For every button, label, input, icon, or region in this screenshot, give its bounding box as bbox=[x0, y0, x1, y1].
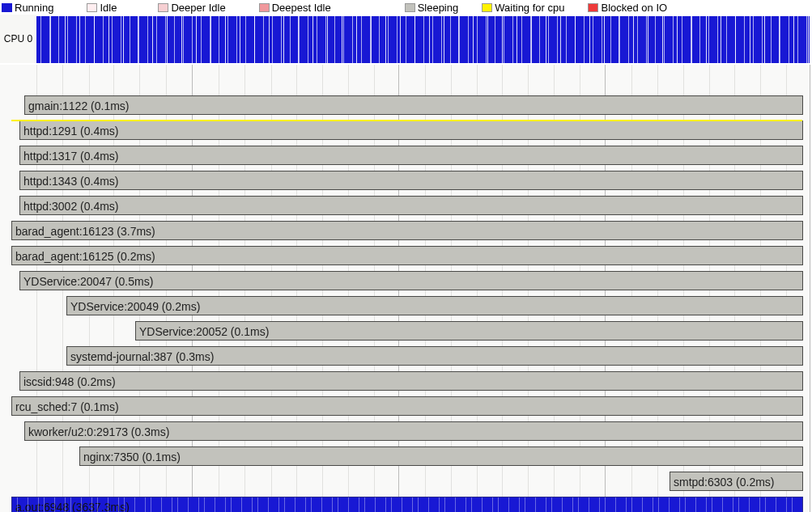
process-row: YDService:20052 (0.1ms) bbox=[0, 319, 812, 345]
process-bar-label: a.out:6948 (3637.3ms) bbox=[15, 501, 130, 512]
process-bar[interactable]: barad_agent:16123 (3.7ms) bbox=[11, 221, 803, 240]
process-bar[interactable]: httpd:1291 (0.4ms) bbox=[19, 121, 803, 140]
process-row: httpd:3002 (0.4ms) bbox=[0, 194, 812, 219]
swatch-blocked-icon bbox=[588, 3, 598, 12]
swatch-waiting-icon bbox=[482, 3, 492, 12]
process-bar[interactable]: gmain:1122 (0.1ms) bbox=[24, 95, 803, 115]
process-bar[interactable]: httpd:1343 (0.4ms) bbox=[19, 171, 803, 190]
swatch-running-icon bbox=[2, 3, 12, 12]
process-row: kworker/u2:0:29173 (0.3ms) bbox=[0, 420, 812, 445]
process-row: iscsid:948 (0.2ms) bbox=[0, 370, 812, 395]
process-row: a.out:6948 (3637.3ms) bbox=[0, 495, 812, 512]
process-bar[interactable]: kworker/u2:0:29173 (0.3ms) bbox=[24, 421, 803, 441]
process-bar[interactable]: YDService:20049 (0.2ms) bbox=[66, 296, 803, 315]
cpu-label: CPU 0 bbox=[0, 15, 36, 63]
legend-blocked-label: Blocked on IO bbox=[601, 2, 667, 14]
process-bar[interactable]: httpd:3002 (0.4ms) bbox=[19, 196, 803, 215]
process-row: httpd:1343 (0.4ms) bbox=[0, 169, 812, 194]
process-row: gmain:1122 (0.1ms) bbox=[0, 94, 812, 119]
process-bar-label: httpd:1291 (0.4ms) bbox=[23, 125, 119, 138]
legend-sleeping: Sleeping bbox=[405, 2, 459, 14]
process-bar[interactable]: httpd:1317 (0.4ms) bbox=[19, 146, 803, 165]
process-bar-label: gmain:1122 (0.1ms) bbox=[28, 99, 130, 112]
process-bar[interactable]: nginx:7350 (0.1ms) bbox=[79, 446, 803, 466]
process-bar[interactable]: iscsid:948 (0.2ms) bbox=[19, 371, 803, 391]
legend-sleeping-label: Sleeping bbox=[418, 2, 459, 14]
cpu-strip[interactable]: CPU 0 bbox=[0, 15, 812, 63]
process-row: smtpd:6303 (0.2ms) bbox=[0, 470, 812, 495]
process-row: nginx:7350 (0.1ms) bbox=[0, 445, 812, 470]
legend-bar: Running Idle Deeper Idle Deepest Idle Sl… bbox=[0, 0, 812, 15]
process-bar[interactable]: YDService:20047 (0.5ms) bbox=[19, 271, 803, 290]
process-bar-label: YDService:20052 (0.1ms) bbox=[139, 325, 269, 338]
swatch-sleeping-icon bbox=[405, 3, 415, 12]
legend-waiting: Waiting for cpu bbox=[482, 2, 564, 14]
process-bar[interactable]: a.out:6948 (3637.3ms) bbox=[11, 497, 803, 512]
legend-idle-label: Idle bbox=[100, 2, 117, 14]
process-bar[interactable]: rcu_sched:7 (0.1ms) bbox=[11, 396, 803, 416]
legend-waiting-label: Waiting for cpu bbox=[495, 2, 564, 14]
legend-deepest-idle: Deepest Idle bbox=[259, 2, 331, 14]
process-bar-label: systemd-journal:387 (0.3ms) bbox=[70, 350, 214, 363]
cpu-label-text: CPU 0 bbox=[4, 33, 32, 44]
process-row: httpd:1317 (0.4ms) bbox=[0, 144, 812, 169]
process-bar-label: barad_agent:16123 (3.7ms) bbox=[15, 225, 155, 238]
legend-blocked: Blocked on IO bbox=[588, 2, 667, 14]
cpu-running-block[interactable] bbox=[36, 16, 810, 63]
process-row: httpd:1291 (0.4ms) bbox=[0, 119, 812, 144]
legend-deeper-idle: Deeper Idle bbox=[158, 2, 225, 14]
legend-running-label: Running bbox=[15, 2, 53, 14]
process-row: barad_agent:16123 (3.7ms) bbox=[0, 219, 812, 244]
process-bar-label: iscsid:948 (0.2ms) bbox=[23, 375, 116, 388]
process-row: YDService:20049 (0.2ms) bbox=[0, 294, 812, 319]
process-bar-label: YDService:20047 (0.5ms) bbox=[23, 275, 153, 288]
process-bar[interactable]: barad_agent:16125 (0.2ms) bbox=[11, 246, 803, 265]
process-bar-label: rcu_sched:7 (0.1ms) bbox=[15, 400, 119, 413]
process-bar[interactable]: systemd-journal:387 (0.3ms) bbox=[66, 346, 803, 366]
swatch-deeper-idle-icon bbox=[158, 3, 168, 12]
process-row: rcu_sched:7 (0.1ms) bbox=[0, 395, 812, 420]
process-rows: gmain:1122 (0.1ms)httpd:1291 (0.4ms)http… bbox=[0, 94, 812, 512]
process-bar-label: httpd:3002 (0.4ms) bbox=[23, 200, 119, 213]
process-row: YDService:20047 (0.5ms) bbox=[0, 269, 812, 294]
process-bar-label: barad_agent:16125 (0.2ms) bbox=[15, 250, 155, 263]
swatch-idle-icon bbox=[87, 3, 97, 12]
process-bar-label: smtpd:6303 (0.2ms) bbox=[674, 476, 775, 489]
process-bar-label: YDService:20049 (0.2ms) bbox=[70, 300, 200, 313]
legend-running: Running bbox=[2, 2, 53, 14]
waiting-stripe bbox=[11, 120, 802, 121]
legend-deepest-idle-label: Deepest Idle bbox=[272, 2, 331, 14]
legend-deeper-idle-label: Deeper Idle bbox=[171, 2, 225, 14]
process-row: systemd-journal:387 (0.3ms) bbox=[0, 345, 812, 370]
process-bar[interactable]: YDService:20052 (0.1ms) bbox=[135, 321, 803, 341]
timeline-body[interactable]: gmain:1122 (0.1ms)httpd:1291 (0.4ms)http… bbox=[0, 65, 812, 512]
swatch-deepest-idle-icon bbox=[259, 3, 270, 12]
process-bar-label: httpd:1343 (0.4ms) bbox=[23, 175, 119, 188]
legend-idle: Idle bbox=[87, 2, 117, 14]
process-bar-label: kworker/u2:0:29173 (0.3ms) bbox=[28, 425, 169, 438]
process-bar-label: nginx:7350 (0.1ms) bbox=[83, 451, 181, 463]
process-bar[interactable]: smtpd:6303 (0.2ms) bbox=[670, 472, 803, 491]
process-bar-label: httpd:1317 (0.4ms) bbox=[23, 150, 119, 163]
process-row: barad_agent:16125 (0.2ms) bbox=[0, 244, 812, 269]
